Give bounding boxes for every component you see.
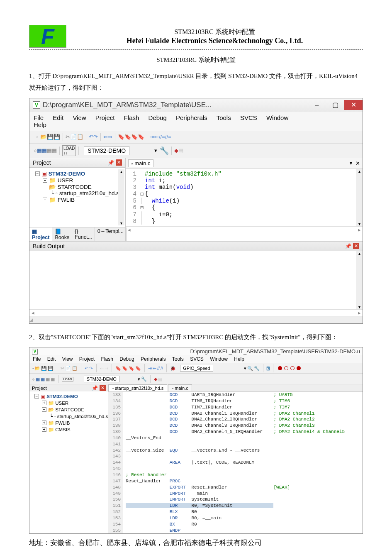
- hscroll-right-icon[interactable]: ▸: [356, 227, 363, 233]
- outdent-icon[interactable]: ⇤: [154, 134, 159, 140]
- bookmark-icon[interactable]: 🔖: [118, 134, 124, 140]
- find-icon[interactable]: 🔍: [247, 366, 253, 371]
- menu-view[interactable]: View: [73, 114, 86, 121]
- buildout-scrollbar[interactable]: ▴▾: [356, 251, 363, 309]
- outdent-icon[interactable]: ⇤: [153, 366, 156, 371]
- options-icon[interactable]: 🔧: [160, 146, 169, 155]
- redo-icon[interactable]: ↷: [93, 134, 98, 140]
- tree-fwlib[interactable]: FWLIB: [58, 197, 75, 203]
- red-ring2-icon[interactable]: [290, 366, 295, 370]
- red-dot-icon[interactable]: [278, 366, 282, 370]
- file-tab-mainc[interactable]: ▫ main.c: [128, 159, 153, 167]
- help-icon[interactable]: ⍰: [267, 366, 270, 371]
- project-tree[interactable]: −▣ STM32-DEMO +📁 USER −📂 STARTCODE └ ▫ s…: [29, 168, 125, 227]
- menu-debug[interactable]: Debug: [119, 356, 134, 362]
- code-scrollbar[interactable]: ▴▾: [356, 169, 363, 226]
- indent-icon[interactable]: ⇥: [150, 134, 154, 140]
- menu-help[interactable]: Help: [234, 356, 244, 362]
- comment-icon[interactable]: //≡: [159, 134, 165, 140]
- tab-templates[interactable]: 0→Templ...: [95, 227, 127, 241]
- undo-icon[interactable]: ↶: [89, 134, 93, 140]
- resize-grip-icon[interactable]: ◢: [29, 317, 34, 322]
- target-dropdown-icon[interactable]: ▾: [138, 377, 140, 382]
- save-icon[interactable]: 💾: [47, 134, 54, 140]
- panel-close-icon[interactable]: ✕: [353, 243, 359, 249]
- download-icon[interactable]: LOAD: [62, 377, 73, 381]
- paste-icon[interactable]: 📋: [77, 134, 83, 140]
- find-combo[interactable]: GPIO_Speed: [180, 365, 213, 372]
- tree-root[interactable]: STM32-DEMO: [46, 394, 78, 399]
- menu-project[interactable]: Project: [79, 356, 95, 362]
- menu-flash[interactable]: Flash: [101, 356, 113, 362]
- config2-icon[interactable]: ▤: [158, 377, 162, 382]
- menu-svcs[interactable]: SVCS: [240, 114, 257, 121]
- tree-fwlib[interactable]: FWLIB: [55, 421, 70, 425]
- bm2-icon[interactable]: 🔖: [122, 366, 128, 371]
- combo-dropdown-icon[interactable]: ▾: [244, 366, 246, 371]
- panel-close-icon[interactable]: ✕: [100, 385, 106, 391]
- bookmark-prev-icon[interactable]: 🔖: [124, 134, 131, 140]
- build-output-area[interactable]: [29, 251, 356, 309]
- paste-icon[interactable]: 📋: [72, 366, 78, 371]
- hscroll-left-icon[interactable]: ◂: [126, 227, 132, 233]
- code-editor-2[interactable]: 133 DCD UART5_IRQHandler ; UART5134 DCD …: [108, 392, 363, 533]
- forward-icon[interactable]: ⇒: [105, 366, 108, 371]
- menu-window[interactable]: Window: [210, 356, 228, 362]
- translate-icon[interactable]: ⟐: [34, 147, 37, 154]
- cut-icon[interactable]: ✂: [61, 366, 64, 371]
- bookmark-next-icon[interactable]: 🔖: [131, 134, 138, 140]
- bm3-icon[interactable]: 🔖: [129, 366, 134, 371]
- pin-icon[interactable]: 📌: [92, 385, 98, 391]
- tree-startfile[interactable]: startup_stm32f10x_hd.s: [57, 414, 108, 419]
- menu-edit[interactable]: Edit: [53, 114, 63, 121]
- stop-icon[interactable]: ▦: [52, 147, 57, 154]
- bookmark-clear-icon[interactable]: 🔖: [138, 134, 144, 140]
- config1-icon[interactable]: ◆: [154, 377, 157, 382]
- minimize-button[interactable]: –: [308, 100, 326, 110]
- tree-startcode[interactable]: STARTCODE: [55, 407, 84, 412]
- menu-tools[interactable]: Tools: [217, 114, 231, 121]
- pin-icon[interactable]: 📌: [108, 160, 114, 166]
- back-icon[interactable]: ⇐: [103, 134, 108, 140]
- file-tab-mainc[interactable]: ▫ main.c: [168, 384, 192, 391]
- menu-file[interactable]: File: [34, 114, 44, 121]
- new-icon[interactable]: ▫: [32, 366, 34, 371]
- target-selector-2[interactable]: STM32-DEMO: [84, 376, 119, 382]
- hscroll-right-icon[interactable]: ▸: [356, 310, 363, 316]
- forward-icon[interactable]: ⇒: [108, 134, 112, 140]
- tree-cmsis[interactable]: CMSIS: [55, 427, 70, 432]
- open-icon[interactable]: 📂: [40, 134, 47, 140]
- build-icon[interactable]: ▦: [36, 377, 40, 382]
- uncomment-icon[interactable]: //≡: [165, 134, 171, 140]
- config2-icon[interactable]: ▤: [178, 147, 183, 154]
- panel-close-icon[interactable]: ✕: [116, 159, 122, 166]
- config1-icon[interactable]: ◆: [174, 147, 178, 154]
- batch-icon[interactable]: ▦: [47, 147, 52, 154]
- indent-icon[interactable]: ⇥: [148, 366, 152, 371]
- tree-startfile[interactable]: startup_stm32f10x_hd.s: [59, 190, 119, 196]
- copy-icon[interactable]: 📄: [70, 134, 77, 140]
- code-editor[interactable]: 1#include "stm32f10x.h"2int i;3int main(…: [126, 169, 356, 226]
- find-next-icon[interactable]: 🔧: [254, 366, 260, 371]
- scrollbar[interactable]: ▴▾: [118, 169, 124, 225]
- target-dropdown-icon[interactable]: ▾: [154, 147, 157, 154]
- menu-help[interactable]: Help: [34, 121, 46, 128]
- tab-dropdown-icon[interactable]: ▾: [350, 160, 352, 166]
- saveall-icon[interactable]: 💾: [48, 366, 54, 371]
- tab-project[interactable]: ▦ Project: [29, 227, 52, 241]
- menu-tools[interactable]: Tools: [172, 356, 184, 362]
- new-icon[interactable]: ▫️: [34, 134, 40, 140]
- red-dot2-icon[interactable]: [297, 366, 301, 370]
- options-icon[interactable]: 🔧: [141, 377, 147, 382]
- menu-file[interactable]: File: [33, 356, 41, 362]
- tree-user[interactable]: USER: [55, 401, 68, 406]
- file-tab-startup[interactable]: ▫ startup_stm32f10x_hd.s: [108, 384, 167, 391]
- redo-icon[interactable]: ↷: [89, 366, 93, 371]
- pin-icon[interactable]: 📌: [345, 243, 351, 249]
- tab-functions[interactable]: {} Funct...: [72, 227, 95, 241]
- saveall-icon[interactable]: 💾: [54, 134, 60, 140]
- batch-icon[interactable]: ▦: [46, 377, 50, 382]
- menu-svcs[interactable]: SVCS: [190, 356, 204, 362]
- uncomment-icon[interactable]: //: [161, 366, 163, 371]
- undo-icon[interactable]: ↶: [85, 366, 88, 371]
